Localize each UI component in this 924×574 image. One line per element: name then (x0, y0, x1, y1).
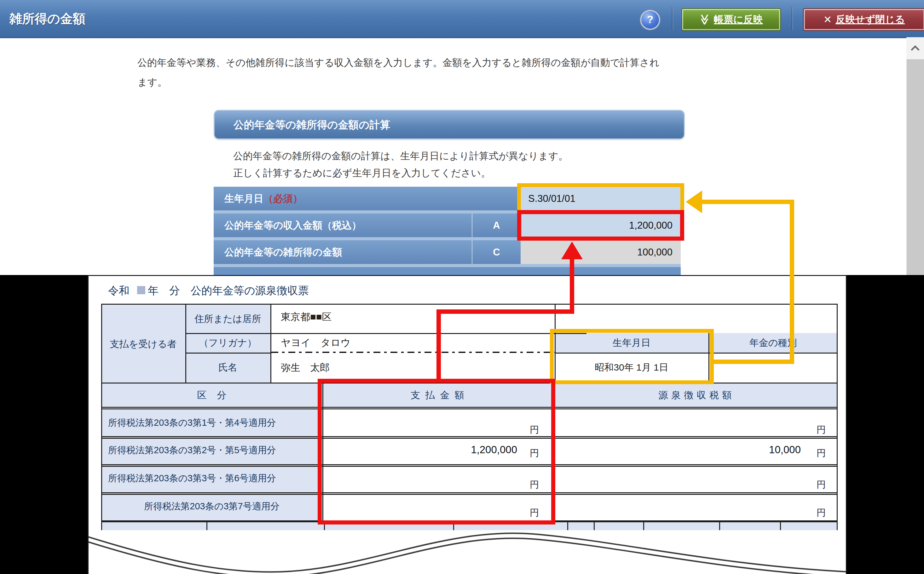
calc-note-2: 正しく計算するために必ず生年月日を入力してください。 (233, 167, 491, 180)
income-highlight-rect (517, 210, 684, 241)
misc-income-value: 100,000 (521, 240, 681, 264)
slip-title: 令和年 分 公的年金等の源泉徴収票 (108, 284, 309, 298)
col-category-header: 区分 (101, 383, 322, 407)
intro-line-1: 公的年金等や業務、その他雑所得に該当する収入金額を入力します。金額を入力すると雑… (137, 56, 660, 69)
misc-income-code: C (472, 240, 521, 264)
required-badge: （必須） (264, 193, 303, 204)
row-gap-3 (214, 264, 681, 275)
pension-type-label: 年金の種別 (709, 333, 838, 353)
help-icon[interactable]: ? (640, 10, 660, 30)
yellow-arrow-left-icon (686, 191, 702, 213)
apply-to-form-label: 帳票に反映 (714, 13, 763, 26)
close-without-apply-label: 反映せず閉じる (836, 13, 905, 26)
yen-unit: 円 (817, 447, 826, 459)
yellow-connector-h2 (710, 360, 794, 364)
black-band-right (847, 275, 924, 574)
torn-paper-wave (88, 518, 846, 574)
close-without-apply-button[interactable]: ✕ 反映せず閉じる (803, 8, 924, 31)
kana-value: ヤヨイ タロウ (281, 333, 552, 353)
yellow-connector-h1 (701, 200, 794, 204)
yen-unit: 円 (817, 424, 826, 436)
slip-birth-highlight-rect (550, 329, 714, 384)
dialog-title: 雑所得の金額 (9, 0, 85, 37)
dialog-titlebar: 雑所得の金額 ? ≫ 帳票に反映 ✕ 反映せず閉じる (0, 0, 924, 38)
address-value: 東京都■■区 (281, 305, 552, 329)
payee-group-label: 支払を受ける者 (101, 305, 185, 383)
intro-line-2: ます。 (137, 76, 167, 89)
birth-highlight-rect (517, 183, 684, 214)
apply-to-form-button[interactable]: ≫ 帳票に反映 (681, 8, 781, 31)
yen-unit: 円 (817, 478, 826, 491)
address-label: 住所または居所 (185, 305, 270, 333)
line (270, 304, 271, 383)
titlebar-separator-2 (792, 7, 792, 30)
chevron-up-icon (910, 44, 921, 52)
birth-date-label: 生年月日（必須） (214, 187, 303, 210)
calc-note-1: 公的年金等の雑所得の金額の計算は、生年月日により計算式が異なります。 (233, 150, 568, 163)
tax-amount: 10,000 (706, 444, 801, 456)
double-chevron-down-icon: ≫ (699, 14, 711, 25)
yen-unit: 円 (817, 506, 826, 519)
col-tax-header: 源泉徴収税額 (552, 383, 838, 407)
slip-payment-highlight-rect (317, 379, 555, 525)
name-value: 弥生 太郎 (281, 353, 552, 383)
yellow-connector-v (790, 200, 794, 364)
app-window: 雑所得の金額 ? ≫ 帳票に反映 ✕ 反映せず閉じる 公的年金等や業務、その他雑… (0, 0, 924, 574)
misc-income-label: 公的年金等の雑所得の金額 (214, 240, 342, 264)
pension-income-row: 公的年金等の収入金額（税込） (214, 213, 472, 237)
name-label: 氏名 (185, 353, 270, 383)
law-row-label: 所得税法第203条の3第2号・第5号適用分 (108, 436, 322, 464)
titlebar-separator (672, 7, 673, 30)
pension-income-code: A (472, 213, 521, 237)
kana-label: （フリガナ） (185, 333, 270, 353)
year-placeholder-square (137, 286, 145, 294)
law-row-label: 所得税法第203条の3第1号・第4号適用分 (108, 409, 322, 436)
law-row-label: 所得税法第203条の3第3号・第6号適用分 (108, 464, 322, 492)
black-band-left (0, 275, 88, 574)
red-connector-v2 (437, 309, 441, 383)
scrollbar-track[interactable] (906, 37, 924, 275)
red-connector-v1 (570, 257, 574, 314)
close-x-icon: ✕ (823, 14, 832, 25)
calc-section-header: 公的年金等の雑所得の金額の計算 (214, 110, 685, 139)
misc-income-row: 公的年金等の雑所得の金額 (214, 240, 472, 264)
law-row-label: 所得税法第203条の3第7号適用分 (101, 492, 322, 520)
red-arrow-up-icon (561, 241, 583, 259)
pension-income-label: 公的年金等の収入金額（税込） (214, 213, 361, 237)
scrollbar-up-button[interactable] (906, 37, 924, 59)
birth-date-row: 生年月日（必須） (214, 187, 521, 210)
red-connector-h (437, 309, 574, 314)
